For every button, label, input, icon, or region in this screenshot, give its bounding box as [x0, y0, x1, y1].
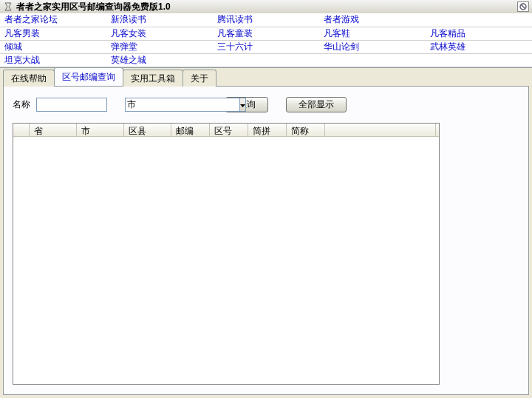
chevron-down-icon	[240, 99, 245, 109]
link-item[interactable]: 者者之家论坛	[4, 14, 58, 24]
window-title: 者者之家实用区号邮编查询器免费版1.0	[16, 1, 171, 13]
link-item[interactable]: 武林英雄	[430, 41, 466, 52]
link-item[interactable]: 腾讯读书	[217, 14, 253, 24]
link-item[interactable]: 倾城	[4, 41, 22, 52]
grid-body	[13, 137, 439, 384]
link-item[interactable]: 坦克大战	[4, 55, 40, 65]
column-header[interactable]: 省	[30, 124, 77, 136]
column-header[interactable]	[13, 124, 30, 136]
query-row: 名称 查询 全部显示	[13, 97, 519, 112]
link-item[interactable]: 英雄之城	[111, 55, 146, 65]
type-combo-input[interactable]	[125, 98, 239, 112]
link-item[interactable]: 凡客童装	[217, 28, 253, 38]
link-item[interactable]: 者者游戏	[324, 14, 359, 24]
link-item[interactable]: 凡客男装	[4, 28, 40, 38]
tab-实用工具箱[interactable]: 实用工具箱	[123, 70, 183, 87]
links-panel: 者者之家论坛新浪读书腾讯读书者者游戏凡客男装凡客女装凡客童装凡客鞋凡客精品倾城弹…	[0, 13, 532, 68]
column-header[interactable]: 简拼	[248, 124, 287, 136]
grid-header: 省市区县邮编区号简拼简称	[13, 124, 439, 137]
tab-panel-query: 名称 查询 全部显示 省市区县邮编区号简拼简称	[3, 86, 529, 396]
link-item[interactable]: 弹弹堂	[111, 41, 137, 52]
name-input[interactable]	[36, 98, 107, 112]
column-header[interactable]	[325, 124, 436, 136]
app-icon	[3, 1, 13, 12]
close-icon[interactable]	[517, 1, 529, 12]
svg-line-1	[521, 4, 525, 9]
showall-button[interactable]: 全部显示	[286, 97, 347, 112]
link-item[interactable]: 三十六计	[217, 41, 253, 52]
links-table: 者者之家论坛新浪读书腾讯读书者者游戏凡客男装凡客女装凡客童装凡客鞋凡客精品倾城弹…	[0, 13, 532, 67]
tab-在线帮助[interactable]: 在线帮助	[3, 70, 55, 87]
combo-dropdown-button[interactable]	[239, 98, 246, 112]
results-grid: 省市区县邮编区号简拼简称	[13, 123, 440, 385]
column-header[interactable]: 区县	[124, 124, 171, 136]
column-header[interactable]: 区号	[210, 124, 248, 136]
link-item[interactable]: 新浪读书	[111, 14, 146, 24]
link-item[interactable]: 凡客精品	[430, 28, 466, 38]
tabs-row: 在线帮助区号邮编查询实用工具箱关于	[0, 70, 532, 86]
link-item[interactable]: 凡客鞋	[324, 28, 350, 38]
tab-关于[interactable]: 关于	[183, 70, 216, 87]
column-header[interactable]: 市	[77, 124, 124, 136]
link-item[interactable]: 华山论剑	[324, 41, 359, 52]
type-combo[interactable]	[125, 98, 190, 112]
column-header[interactable]: 简称	[287, 124, 325, 136]
tab-区号邮编查询[interactable]: 区号邮编查询	[54, 67, 123, 86]
name-label: 名称	[13, 98, 30, 111]
app-window: 者者之家实用区号邮编查询器免费版1.0 者者之家论坛新浪读书腾讯读书者者游戏凡客…	[0, 0, 532, 398]
link-item[interactable]: 凡客女装	[111, 28, 146, 38]
column-header[interactable]: 邮编	[171, 124, 210, 136]
titlebar: 者者之家实用区号邮编查询器免费版1.0	[0, 0, 532, 13]
